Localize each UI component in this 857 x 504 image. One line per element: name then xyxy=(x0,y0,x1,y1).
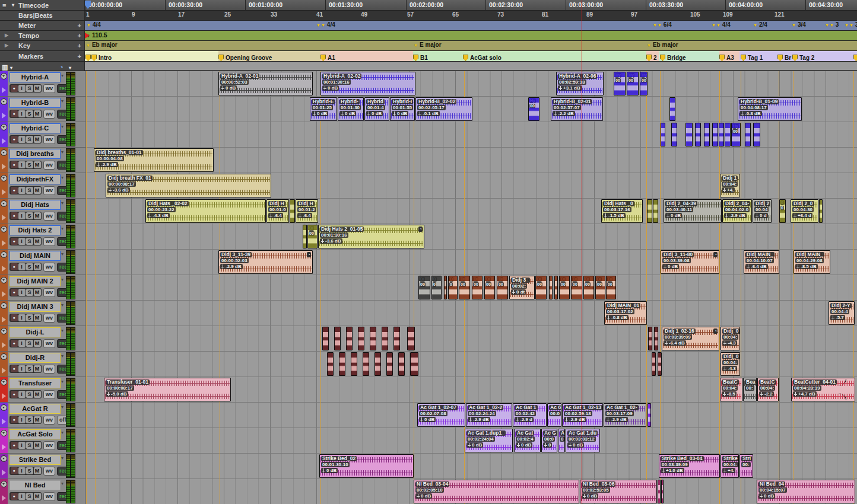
record-enable-button[interactable]: ● xyxy=(11,391,18,398)
audio-clip-mini[interactable] xyxy=(410,352,418,376)
track-name-button[interactable]: Didj Hats xyxy=(9,200,61,210)
key-expander-icon[interactable]: ▶ xyxy=(5,41,8,50)
waveform-view-button[interactable]: wv xyxy=(43,416,55,425)
audio-clip[interactable]: A0 xyxy=(558,429,565,452)
track-lane[interactable]: Hybrid-E00:01:250 dBHybrid-00:01:300 dBH… xyxy=(85,97,857,122)
mute-button[interactable]: M xyxy=(34,365,41,372)
track-lane[interactable]: Didj Hats _02-0200:00:23:22-4.3 dBDidj H… xyxy=(85,199,857,224)
mute-button[interactable]: M xyxy=(34,493,41,500)
tempo-expander-icon[interactable]: ▶ xyxy=(5,31,8,40)
audio-clip[interactable]: Hybrid-I00:01:550 dB xyxy=(390,97,415,121)
track-collapse-icon[interactable] xyxy=(1,251,7,258)
track-name-button[interactable]: Hybrid-B xyxy=(9,98,61,108)
track-menu-icon[interactable]: ▾ xyxy=(61,353,64,359)
track-play-icon[interactable] xyxy=(2,444,6,450)
track-play-icon[interactable] xyxy=(2,317,6,323)
marker[interactable]: Bridge xyxy=(660,52,686,61)
audio-clip-mini[interactable] xyxy=(704,123,710,146)
mute-button[interactable]: M xyxy=(34,238,41,245)
audio-clip-mini[interactable]: 00 xyxy=(779,199,786,223)
audio-clip[interactable]: Stri00: xyxy=(739,454,753,478)
mute-button[interactable]: M xyxy=(34,467,41,474)
audio-clip[interactable]: Didj 100:04:+4. xyxy=(720,174,740,197)
waveform-view-button[interactable]: wv xyxy=(43,390,55,399)
solo-button[interactable]: S xyxy=(26,340,33,347)
input-monitor-button[interactable]: I xyxy=(18,416,26,423)
audio-clip[interactable]: Ac G00:00 xyxy=(541,429,557,452)
audio-clip[interactable]: Ac Gat 1_02-00:03:17:09-2.9 dB xyxy=(604,403,646,427)
audio-clip[interactable]: Ac G00:0 xyxy=(547,403,561,427)
marker[interactable]: 2 xyxy=(646,52,657,61)
audio-clip[interactable]: Hybrid-A_02-0200:01:30:160 dB xyxy=(320,72,415,95)
track-menu-icon[interactable]: ▾ xyxy=(61,124,64,129)
track-name-button[interactable]: Didj breaths xyxy=(9,149,61,159)
audio-clip-mini[interactable] xyxy=(647,403,651,427)
audio-clip[interactable]: NI Bed_03-0600:02:53:050 dB xyxy=(580,480,657,503)
audio-clip[interactable]: Didj H00:01:0-6.4 xyxy=(266,199,289,223)
audio-clip-mini[interactable] xyxy=(658,480,661,503)
track-collapse-icon[interactable] xyxy=(1,226,7,232)
audio-clip[interactable]: Ac Gat 100:02:42-2.9 d xyxy=(513,403,547,427)
audio-clip[interactable]: Didj 2_04-00:04:02:0-2.9 dB xyxy=(722,199,752,223)
marker-tag-icon[interactable] xyxy=(413,55,418,61)
input-monitor-button[interactable]: I xyxy=(18,493,26,500)
audio-clip[interactable]: Didj Hats _02-0200:00:23:22-4.3 dB xyxy=(145,199,266,223)
audio-clip[interactable]: Didj MAIN_0100:03:17:02-0.8 dB xyxy=(604,301,647,325)
track-play-icon[interactable] xyxy=(2,495,6,501)
track-menu-icon[interactable]: ▾ xyxy=(61,379,64,384)
audio-clip[interactable]: Bea00: xyxy=(743,378,757,401)
audio-clip[interactable]: Didj 1_02-1600:03:39:09-6.4 dB◔ xyxy=(662,327,719,350)
audio-clip[interactable]: Didj H00:01:2-6.4 xyxy=(296,199,318,223)
record-enable-button[interactable]: ● xyxy=(11,263,18,270)
input-monitor-button[interactable]: I xyxy=(18,340,26,347)
marker[interactable]: A3 xyxy=(719,52,734,61)
mute-button[interactable]: M xyxy=(34,416,41,423)
input-monitor-button[interactable]: I xyxy=(18,442,26,449)
track-play-icon[interactable] xyxy=(2,368,6,374)
waveform-view-button[interactable]: wv xyxy=(43,186,55,195)
audio-clip-mini[interactable] xyxy=(658,352,662,376)
edit-window-menu-icon[interactable]: ≡ xyxy=(2,1,6,10)
audio-clip[interactable]: Didj Hats _000:03:17:16-1.5 dB xyxy=(601,199,643,223)
audio-clip-mini[interactable] xyxy=(374,352,381,376)
audio-clip-mini[interactable] xyxy=(661,123,665,146)
marker[interactable]: B1 xyxy=(413,52,428,61)
mute-button[interactable]: M xyxy=(34,391,41,398)
audio-clip[interactable]: Didj 3_00:02:0 dt xyxy=(509,276,535,299)
track-menu-icon[interactable]: ▾ xyxy=(61,277,64,282)
audio-clip[interactable]: Hybrid-A_02-0100:00:52:030 dB xyxy=(218,72,313,95)
mute-button[interactable]: M xyxy=(34,340,41,347)
record-enable-button[interactable]: ● xyxy=(11,187,18,194)
audio-clip-mini[interactable]: Di00 xyxy=(307,225,318,248)
audio-clip[interactable]: Ac Gat 1_02-1300:02:59:18-2.9 dB xyxy=(562,403,603,427)
audio-clip[interactable]: Hybrid-B_02-0100:02:57:07-2.2 dB xyxy=(551,97,603,121)
track-play-icon[interactable] xyxy=(2,189,6,195)
mute-button[interactable]: M xyxy=(34,136,41,143)
marker-tag-icon[interactable] xyxy=(741,55,746,61)
track-collapse-icon[interactable] xyxy=(1,404,7,411)
waveform-view-button[interactable]: wv xyxy=(43,237,55,246)
add-meter-button[interactable]: + xyxy=(78,21,81,30)
waveform-view-button[interactable]: wv xyxy=(43,135,55,144)
track-menu-icon[interactable]: ▾ xyxy=(61,175,64,180)
record-enable-button[interactable]: ● xyxy=(11,110,18,117)
audio-clip[interactable]: Didj breaths_01-0100:00:04:08-2.9 dB xyxy=(94,148,214,172)
marker-tag-icon[interactable] xyxy=(792,55,798,61)
record-enable-button[interactable]: ● xyxy=(11,467,18,474)
input-monitor-button[interactable]: I xyxy=(18,314,26,321)
record-enable-button[interactable]: ● xyxy=(11,314,18,321)
audio-clip[interactable]: Didj 3_11-3900:00:52:03-2.9 dB◔ xyxy=(218,250,313,274)
input-monitor-button[interactable]: I xyxy=(18,136,26,143)
track-collapse-icon[interactable] xyxy=(1,98,7,105)
record-enable-button[interactable]: ● xyxy=(11,85,18,92)
audio-clip-mini[interactable]: Hy00 xyxy=(640,72,647,95)
marker-tag-icon[interactable] xyxy=(853,55,857,61)
audio-clip-mini[interactable]: Hy00 xyxy=(528,97,539,121)
mute-button[interactable]: M xyxy=(34,161,41,168)
marker-tag-icon[interactable] xyxy=(719,55,725,61)
track-name-button[interactable]: Didj MAIN 3 xyxy=(9,302,61,312)
audio-clip[interactable]: Ac Gat 1.du00:03:03:120 dB xyxy=(566,429,600,452)
record-enable-button[interactable]: ● xyxy=(11,212,18,219)
audio-clip-mini[interactable]: Di00 xyxy=(472,276,483,299)
meter-event[interactable]: ▼▼3 xyxy=(845,21,857,28)
